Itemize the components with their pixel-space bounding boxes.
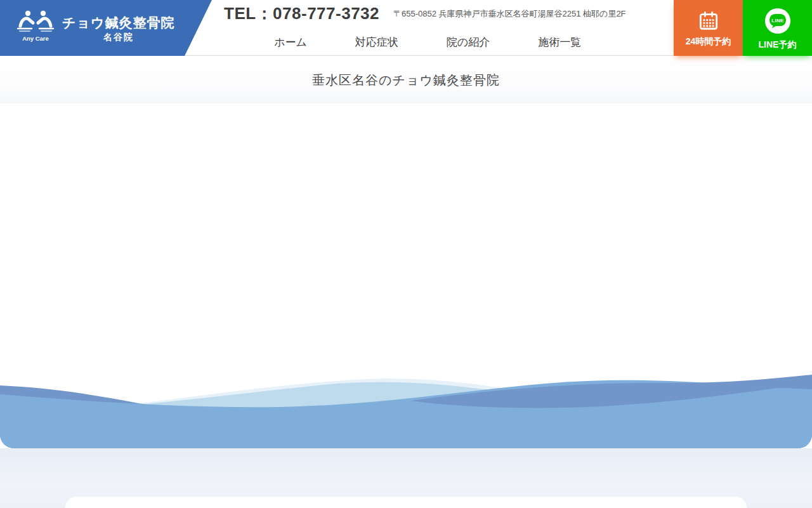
tel-number: TEL：078-777-3732	[224, 3, 379, 25]
calendar-icon	[698, 11, 719, 33]
reserve-24h-label: 24時間予約	[686, 37, 731, 46]
nav-item-about[interactable]: 院の紹介	[447, 35, 490, 50]
svg-text:LINE: LINE	[771, 17, 784, 23]
line-reserve-button[interactable]: LINE LINE予約	[743, 0, 812, 56]
branch-name: 名谷院	[103, 31, 134, 43]
site-header: Any Care チョウ鍼灸整骨院 名谷院 TEL：078-777-3732 〒…	[0, 0, 812, 56]
main-content-area	[0, 104, 812, 375]
title-strip: 垂水区名谷のチョウ鍼灸整骨院	[0, 57, 812, 104]
page-title: 垂水区名谷のチョウ鍼灸整骨院	[312, 72, 500, 89]
logo-caption-text: Any Care	[22, 35, 49, 42]
clinic-name: チョウ鍼灸整骨院	[62, 15, 174, 31]
wave-decoration	[0, 375, 812, 448]
logo-block[interactable]: Any Care チョウ鍼灸整骨院 名谷院	[0, 0, 217, 56]
logo-names: チョウ鍼灸整骨院 名谷院	[62, 15, 174, 43]
line-reserve-label: LINE予約	[759, 40, 797, 49]
reserve-24h-button[interactable]: 24時間予約	[674, 0, 743, 56]
bottom-content-card	[65, 497, 747, 508]
nav-item-symptoms[interactable]: 対応症状	[355, 35, 398, 50]
line-icon: LINE	[764, 8, 791, 36]
nav-item-treatments[interactable]: 施術一覧	[538, 35, 581, 50]
clinic-address: 〒655-0852 兵庫県神戸市垂水区名谷町湯屋谷2251 柚耶の里2F	[393, 8, 626, 20]
anycare-logo-icon: Any Care	[15, 9, 56, 47]
nav-item-home[interactable]: ホーム	[274, 35, 307, 50]
main-nav: ホーム 対応症状 院の紹介 施術一覧	[274, 35, 581, 50]
page: Any Care チョウ鍼灸整骨院 名谷院 TEL：078-777-3732 〒…	[0, 0, 812, 508]
